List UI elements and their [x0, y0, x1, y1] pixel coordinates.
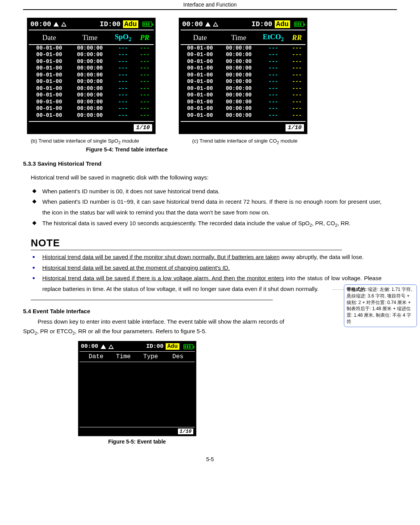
- table-row: 00-01-0000:00:00------: [181, 99, 305, 106]
- cell-val1: ---: [110, 45, 136, 52]
- table-row: 00-01-0000:00:00------: [29, 52, 154, 58]
- cell-val2: ---: [136, 45, 154, 52]
- cell-val2: ---: [136, 72, 154, 79]
- cell-val2: ---: [136, 78, 154, 85]
- cell-val2: ---: [288, 105, 305, 112]
- cell-val1: ---: [258, 99, 289, 106]
- table-row: 00-01-0000:00:00------: [29, 85, 154, 92]
- table-row: 00-01-0000:00:00------: [29, 112, 154, 119]
- cell-time: 00:00:00: [70, 112, 110, 119]
- cell-val1: ---: [110, 52, 136, 58]
- cell-time: 00:00:00: [70, 99, 110, 106]
- table-row: 00-01-0000:00:00------: [29, 105, 154, 112]
- intro-text: Historical trend will be saved in magnet…: [31, 172, 397, 183]
- cell-val1: ---: [258, 105, 289, 112]
- table-row: 00-01-0000:00:00------: [181, 112, 305, 119]
- comment-text: 缩进: 左侧: 1.71 字符, 悬挂缩进: 3.6 字符, 项目符号 + 级别…: [347, 287, 412, 324]
- page-header: Interface and Function: [23, 0, 397, 10]
- battery-icon: [183, 344, 193, 349]
- table-row: 00-01-0000:00:00------: [181, 65, 305, 72]
- cell-val2: ---: [288, 45, 305, 52]
- cell-val1: ---: [110, 85, 136, 92]
- col-des: Des: [164, 353, 192, 360]
- table-row: 00-01-0000:00:00------: [29, 92, 154, 99]
- cell-val1: ---: [258, 65, 289, 72]
- adu-badge: Adu: [123, 20, 138, 28]
- col-pr: PR: [136, 31, 154, 45]
- note-list: Historical trend data will be saved if t…: [31, 252, 397, 294]
- cell-time: 00:00:00: [70, 52, 110, 58]
- cell-val1: ---: [258, 85, 289, 92]
- alarm-outline-icon: [108, 344, 114, 349]
- table-row: 00-01-0000:00:00------: [181, 52, 305, 58]
- monitor-footer: 1/10: [29, 121, 154, 132]
- adu-badge: Adu: [275, 20, 290, 28]
- cell-val1: ---: [258, 58, 289, 65]
- cell-time: 00:00:00: [70, 85, 110, 92]
- cell-val2: ---: [136, 92, 154, 99]
- table-row: 00-01-0000:00:00------: [181, 105, 305, 112]
- cell-val1: ---: [258, 45, 289, 52]
- cell-time: 00:00:00: [70, 45, 110, 52]
- cell-date: 00-01-00: [181, 52, 219, 58]
- cell-time: 00:00:00: [219, 72, 258, 79]
- status-time: 00:00: [182, 20, 203, 28]
- cell-val1: ---: [110, 58, 136, 65]
- cell-date: 00-01-00: [29, 105, 70, 112]
- cell-time: 00:00:00: [70, 105, 110, 112]
- cell-time: 00:00:00: [219, 58, 258, 65]
- cell-val1: ---: [110, 78, 136, 85]
- cell-date: 00-01-00: [29, 85, 70, 92]
- cell-val1: ---: [258, 78, 289, 85]
- cell-val2: ---: [288, 99, 305, 106]
- comment-connector: [332, 289, 344, 290]
- list-item: When patient's ID number is 01~99, it ca…: [31, 196, 382, 218]
- section-5-4-text: Press down key to enter into event table…: [23, 317, 382, 337]
- cell-time: 00:00:00: [70, 72, 110, 79]
- cell-time: 00:00:00: [219, 105, 258, 112]
- cell-val2: ---: [288, 92, 305, 99]
- col-type: Type: [137, 353, 164, 360]
- col-time: Time: [219, 31, 258, 45]
- cell-val1: ---: [258, 112, 289, 119]
- cell-time: 00:00:00: [70, 58, 110, 65]
- adu-badge: Adu: [166, 343, 179, 350]
- id-label: ID:00: [252, 20, 272, 28]
- table-row: 00-01-0000:00:00------: [181, 92, 305, 99]
- cell-date: 00-01-00: [181, 58, 219, 65]
- cell-date: 00-01-00: [181, 112, 219, 119]
- table-row: 00-01-0000:00:00------: [181, 72, 305, 79]
- id-label: ID:00: [100, 20, 121, 28]
- cell-time: 00:00:00: [219, 85, 258, 92]
- status-bar: 00:00 ID:00 Adu: [181, 20, 305, 29]
- monitor-captions: (b) Trend table interface of single SpO2…: [31, 138, 397, 145]
- cell-val2: ---: [136, 99, 154, 106]
- status-time: 00:00: [81, 343, 98, 350]
- status-bar: 00:00 ID:00 Adu: [80, 342, 195, 351]
- alarm-icon: [101, 344, 106, 349]
- table-row: 00-01-0000:00:00------: [29, 72, 154, 79]
- monitor-footer: 1/10: [181, 121, 305, 132]
- col-date: Date: [181, 31, 219, 45]
- cell-date: 00-01-00: [29, 78, 70, 85]
- cell-time: 00:00:00: [219, 45, 258, 52]
- table-row: 00-01-0000:00:00------: [29, 58, 154, 65]
- cell-time: 00:00:00: [219, 65, 258, 72]
- cell-val2: ---: [136, 85, 154, 92]
- cell-date: 00-01-00: [181, 45, 219, 52]
- col-date: Date: [83, 353, 110, 360]
- status-bar: 00:00 ID:00 Adu: [29, 20, 154, 29]
- cell-date: 00-01-00: [29, 45, 70, 52]
- cell-date: 00-01-00: [29, 58, 70, 65]
- alarm-icon: [205, 22, 211, 27]
- heading-5-3-3: 5.3.3 Saving Historical Trend: [23, 160, 397, 167]
- caption-b: (b) Trend table interface of single SpO2…: [31, 138, 177, 145]
- col-etco2: EtCO2: [258, 31, 289, 45]
- monitor-co2: 00:00 ID:00 Adu Date Time EtCO2 RR 00-01…: [179, 18, 307, 134]
- cell-val2: ---: [136, 105, 154, 112]
- table-row: 00-01-0000:00:00------: [181, 78, 305, 85]
- col-date: Date: [29, 31, 70, 45]
- trend-table-co2: Date Time EtCO2 RR 00-01-0000:00:00-----…: [181, 31, 305, 119]
- cell-date: 00-01-00: [181, 78, 219, 85]
- note-item: Historical trend data will be saved if t…: [31, 252, 382, 262]
